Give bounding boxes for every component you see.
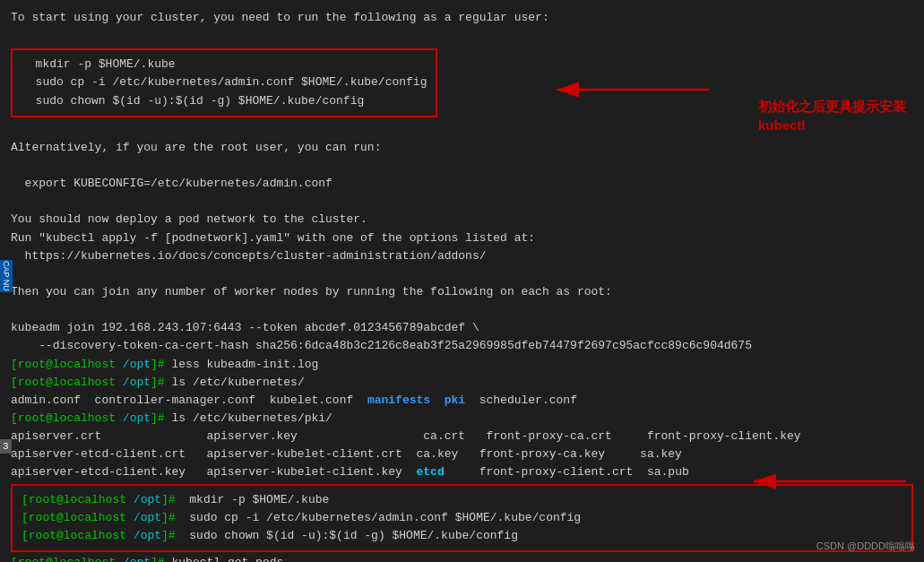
- watermark: CSDN @DDDD嗡嗡嗡: [816, 540, 915, 553]
- line-intro: To start using your cluster, you need to…: [11, 9, 913, 27]
- line-alternatively: Alternatively, if you are the root user,…: [11, 139, 913, 157]
- cap-nu-label: CAP NU: [0, 260, 13, 292]
- line-blank3: [11, 157, 913, 175]
- box-line2: sudo cp -i /etc/kubernetes/admin.conf $H…: [22, 73, 427, 91]
- line-blank1: [11, 27, 913, 45]
- prompt-less: [root@localhost /opt]# less kubeadm-init…: [11, 356, 913, 374]
- line-run: Run "kubectl apply -f [podnetwork].yaml"…: [11, 229, 913, 247]
- prompt-ls-k8s: [root@localhost /opt]# ls /etc/kubernete…: [11, 374, 913, 392]
- line-url: https://kubernetes.io/docs/concepts/clus…: [11, 247, 913, 265]
- line-join-desc: Then you can join any number of worker n…: [11, 283, 913, 301]
- annotation-line2: kubectl: [758, 116, 806, 134]
- terminal: To start using your cluster, you need to…: [0, 0, 924, 562]
- annotation-arrow-top: [539, 54, 718, 125]
- box-line1: mkdir -p $HOME/.kube: [22, 56, 427, 73]
- line-deploy: You should now deploy a pod network to t…: [11, 211, 913, 229]
- top-annotation: 初始化之后更具提示安装 kubectl: [758, 97, 906, 134]
- line-blank4: [11, 193, 913, 211]
- line-blank6: [11, 301, 913, 319]
- annotation-arrow-bottom: [736, 459, 915, 504]
- line-export: export KUBECONFIG=/etc/kubernetes/admin.…: [11, 175, 913, 193]
- code-box-top: mkdir -p $HOME/.kube sudo cp -i /etc/kub…: [11, 48, 437, 117]
- box-line3: sudo chown $(id -u):$(id -g) $HOME/.kube…: [22, 92, 427, 110]
- ls-kubernetes-output: admin.conf controller-manager.conf kubel…: [11, 392, 913, 410]
- prompt-ls-pki: [root@localhost /opt]# ls /etc/kubernete…: [11, 410, 913, 428]
- pki-output-1: apiserver.crt apiserver.key ca.crt front…: [11, 428, 913, 445]
- annotation-line1: 初始化之后更具提示安装: [758, 97, 906, 116]
- line-hash: --discovery-token-ca-cert-hash sha256:6d…: [11, 337, 913, 355]
- line-blank5: [11, 265, 913, 283]
- prompt-sudo-cp: [root@localhost /opt]# sudo cp -i /etc/k…: [22, 509, 902, 527]
- line-kubeadm-join: kubeadm join 192.168.243.107:6443 --toke…: [11, 319, 913, 337]
- prompt-kubectl-get: [root@localhost /opt]# kubectl get pods: [11, 554, 913, 562]
- num-label: 3: [0, 439, 12, 454]
- prompt-sudo-chown: [root@localhost /opt]# sudo chown $(id -…: [22, 527, 902, 545]
